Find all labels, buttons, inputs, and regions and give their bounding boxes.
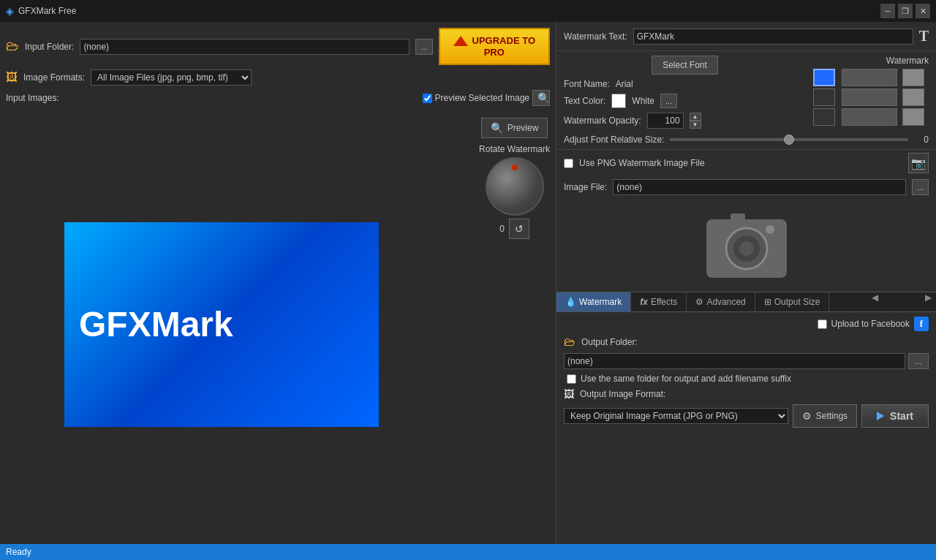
opacity-down-button[interactable]: ▼ <box>690 121 701 129</box>
app-icon: ◈ <box>6 5 14 17</box>
png-checkbox-label: Use PNG Watermark Image File <box>579 158 705 168</box>
swatch-8[interactable] <box>842 108 897 126</box>
output-folder-input[interactable] <box>564 353 905 369</box>
text-color-swatch[interactable] <box>611 94 626 108</box>
effects-tab-label: Effects <box>651 297 677 307</box>
swatch-2[interactable] <box>842 69 897 86</box>
image-file-input[interactable] <box>613 179 905 195</box>
svg-rect-4 <box>731 213 745 222</box>
swatch-9[interactable] <box>902 108 924 126</box>
text-color-row: Text Color: White ... <box>564 94 806 108</box>
text-color-more-button[interactable]: ... <box>660 94 677 108</box>
preview-selected-checkbox[interactable] <box>423 94 432 103</box>
settings-button[interactable]: ⚙ Settings <box>793 404 857 428</box>
rotate-knob[interactable] <box>486 157 544 216</box>
facebook-icon: f <box>914 317 929 331</box>
watermark-section-title: Watermark <box>886 56 929 66</box>
swatch-3[interactable] <box>902 69 924 86</box>
font-size-slider[interactable] <box>670 138 908 141</box>
output-format-label: Output Image Format: <box>580 389 665 399</box>
status-text: Ready <box>6 547 31 557</box>
text-style-icon: T <box>919 28 929 45</box>
swatch-1[interactable] <box>813 69 835 86</box>
reset-rotation-button[interactable]: ↺ <box>509 219 529 239</box>
output-format-select[interactable]: Keep Original Image Format (JPG or PNG)J… <box>564 408 788 424</box>
settings-label: Settings <box>816 411 848 421</box>
input-folder-browse-button[interactable]: ... <box>415 39 432 55</box>
same-folder-row: Use the same folder for output and add f… <box>564 374 929 384</box>
preview-watermark-text: GFXMark <box>79 304 233 344</box>
start-button[interactable]: Start <box>861 404 929 428</box>
preview-controls: 🔍 Preview Rotate Watermark 0 ↺ <box>479 118 550 239</box>
output-folder-browse-button[interactable]: ... <box>908 353 929 369</box>
upgrade-button[interactable]: UPGRADE TO PRO <box>439 28 550 65</box>
output-format-row: 🖼 Output Image Format: <box>564 388 929 400</box>
tab-output-size[interactable]: ⊞ Output Size <box>755 292 830 311</box>
upload-facebook-label: Upload to Facebook <box>831 319 910 329</box>
title-bar-left: ◈ GFXMark Free <box>6 5 76 17</box>
preview-button-label: Preview <box>507 123 539 133</box>
main-area: 🗁 Input Folder: ... UPGRADE TO PRO 🖼 Ima… <box>0 22 936 544</box>
tab-advanced[interactable]: ⚙ Advanced <box>687 292 755 311</box>
close-button[interactable]: ✕ <box>916 4 930 18</box>
output-size-tab-icon: ⊞ <box>764 297 771 307</box>
watermark-text-input[interactable] <box>633 29 913 45</box>
swatch-6[interactable] <box>902 88 924 106</box>
text-color-name: White <box>632 96 654 106</box>
opacity-up-button[interactable]: ▲ <box>690 113 701 121</box>
svg-point-5 <box>766 225 774 234</box>
camera-button[interactable]: 📷 <box>908 153 929 173</box>
folder-icon[interactable]: 🗁 <box>6 39 19 54</box>
tab-effects[interactable]: fx Effects <box>631 292 687 311</box>
tab-next-button[interactable]: ▶ <box>921 292 936 311</box>
opacity-spinner: ▲ ▼ <box>690 113 701 129</box>
magnifier-icon: 🔍 <box>491 122 503 134</box>
knob-dot <box>512 164 518 170</box>
restore-button[interactable]: ❐ <box>898 4 913 18</box>
font-name-label: Font Name: <box>564 79 610 89</box>
preview-image: GFXMark <box>64 222 379 427</box>
title-bar: ◈ GFXMark Free ─ ❐ ✕ <box>0 0 936 22</box>
tab-prev-button[interactable]: ◀ <box>867 292 883 311</box>
use-png-checkbox[interactable] <box>564 159 573 168</box>
font-name-value: Arial <box>616 79 633 89</box>
preview-search-button[interactable]: 🔍 <box>532 90 550 106</box>
status-bar: Ready <box>0 544 936 560</box>
same-folder-label: Use the same folder for output and add f… <box>581 374 791 384</box>
watermark-tab-icon: 💧 <box>565 297 576 307</box>
opacity-label: Watermark Opacity: <box>564 116 641 126</box>
camera-svg <box>703 205 790 285</box>
watermark-text-row: Watermark Text: T <box>556 22 936 51</box>
image-formats-select[interactable]: All Image Files (jpg, png, bmp, tif)JPEG… <box>91 69 252 86</box>
left-panel: 🗁 Input Folder: ... UPGRADE TO PRO 🖼 Ima… <box>0 22 556 544</box>
effects-tab-icon: fx <box>640 297 648 307</box>
rotate-label: Rotate Watermark <box>479 144 550 154</box>
same-folder-checkbox[interactable] <box>567 374 576 384</box>
text-color-label: Text Color: <box>564 96 605 106</box>
png-watermark-row: Use PNG Watermark Image File 📷 <box>556 149 936 176</box>
font-size-row: Adjust Font Relative Size: 0 <box>564 135 929 145</box>
upload-facebook-checkbox[interactable] <box>818 319 827 329</box>
preview-button[interactable]: 🔍 Preview <box>481 118 548 138</box>
minimize-button[interactable]: ─ <box>880 4 895 18</box>
title-bar-controls: ─ ❐ ✕ <box>880 4 930 18</box>
output-size-tab-label: Output Size <box>774 297 820 307</box>
image-preview-area: GFXMark 🔍 Preview Rotate Watermark 0 ↺ <box>6 110 550 538</box>
swatch-4[interactable] <box>813 88 835 106</box>
input-folder-row: 🗁 Input Folder: ... UPGRADE TO PRO <box>6 28 550 65</box>
input-folder-field[interactable] <box>80 39 410 55</box>
image-formats-row: 🖼 Image Formats: All Image Files (jpg, p… <box>6 69 550 86</box>
swatch-7[interactable] <box>813 108 835 126</box>
image-file-row: Image File: ... <box>556 176 936 198</box>
opacity-row: Watermark Opacity: ▲ ▼ <box>564 113 806 129</box>
app-title: GFXMark Free <box>18 6 76 16</box>
gear-icon: ⚙ <box>802 410 812 422</box>
image-file-browse-button[interactable]: ... <box>912 179 929 195</box>
opacity-input[interactable] <box>647 113 684 129</box>
tab-watermark[interactable]: 💧 Watermark <box>556 292 631 311</box>
select-font-button[interactable]: Select Font <box>652 56 718 75</box>
watermark-text-label: Watermark Text: <box>564 31 627 42</box>
swatch-5[interactable] <box>842 88 897 106</box>
font-size-value: 0 <box>914 135 929 145</box>
image-icon: 🖼 <box>6 71 18 84</box>
